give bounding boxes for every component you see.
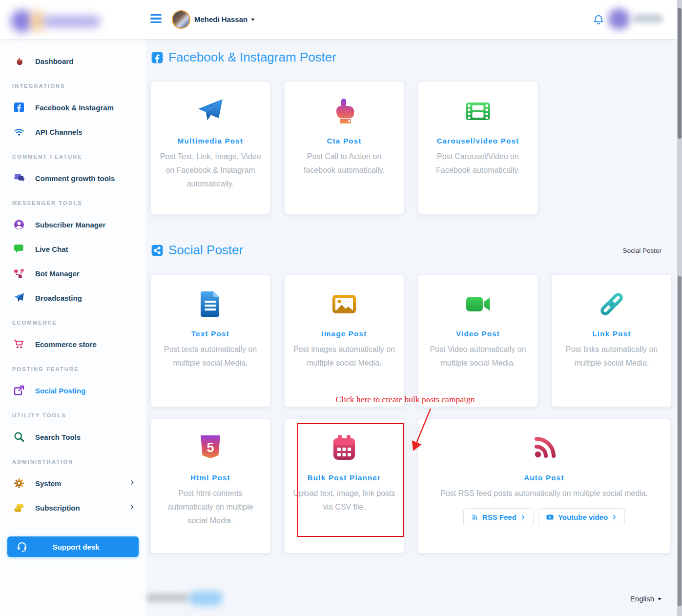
card-description: Post Video automatically on multiple soc… — [418, 343, 537, 370]
card-description: Post Text, Link, Image, Video on Faceboo… — [151, 150, 270, 191]
card-title: Image Post — [285, 329, 404, 338]
sidebar-item-system[interactable]: System — [0, 471, 146, 495]
facebook-icon — [151, 51, 164, 64]
chevron-down-icon — [658, 598, 661, 600]
card-description: Post links automatically on multiple soc… — [552, 343, 671, 370]
language-selector[interactable]: English — [630, 595, 661, 603]
sidebar-item-facebook-instagram[interactable]: Facebook & Instagram — [0, 95, 146, 120]
sidebar-item-social-posting[interactable]: Social Posting — [0, 378, 146, 403]
sidebar-section-messenger-tools: MESSENGER TOOLS — [0, 190, 146, 212]
blurred-username — [633, 14, 663, 23]
support-desk-button[interactable]: Support desk — [7, 536, 139, 557]
sidebar-item-label: Live Chat — [35, 245, 68, 253]
card-description: Post html contents automatically on mult… — [151, 487, 270, 528]
gear-icon — [13, 477, 25, 489]
sidebar-section-posting-feature: POSTING FEATURE — [0, 356, 146, 378]
card-title: Carousel/video Post — [418, 137, 537, 145]
card-link-post[interactable]: Link Post Post links automatically on mu… — [552, 275, 671, 407]
sidebar-item-label: Facebook & Instagram — [35, 103, 114, 112]
blurred-avatar — [608, 8, 630, 30]
section-title: Social Poster — [168, 243, 243, 258]
scrollbar-track[interactable] — [677, 0, 682, 616]
sidebar-item-subscriber-manager[interactable]: Subscriber Manager — [0, 212, 146, 237]
chevron-right-icon — [520, 514, 526, 520]
sidebar-item-label: Comment growth tools — [35, 174, 115, 183]
card-image-post[interactable]: Image Post Post images automatically on … — [285, 275, 404, 407]
card-title: Auto Post — [418, 473, 670, 482]
card-bulk-post-planner[interactable]: Bulk Post Planner Upload text, image, li… — [285, 419, 404, 553]
hamburger-menu-icon[interactable] — [150, 14, 162, 25]
user-avatar[interactable] — [172, 10, 190, 29]
user-circle-icon — [13, 219, 25, 230]
sidebar-item-api-channels[interactable]: API Channels — [0, 120, 146, 144]
sidebar-section-ecommerce: ECOMMERCE — [0, 310, 146, 332]
svg-text:5: 5 — [207, 440, 214, 455]
chevron-right-icon — [612, 514, 617, 520]
sidebar-item-bot-manager[interactable]: Bot Manager — [0, 261, 146, 286]
facebook-icon — [13, 102, 25, 113]
user-menu[interactable]: Mehedi Hassan — [194, 15, 255, 23]
sidebar-section-utility-tools: UTILITY TOOLS — [0, 403, 146, 425]
sidebar-item-comment-growth-tools[interactable]: Comment growth tools — [0, 166, 146, 190]
card-description: Post RSS feed posts automatically on mul… — [418, 487, 670, 500]
youtube-video-button[interactable]: Youtube video — [538, 508, 625, 526]
card-cta-post[interactable]: Cta Post Post Call to Action on facebook… — [285, 82, 404, 214]
sidebar-item-label: Social Posting — [35, 387, 85, 395]
sidebar-item-search-tools[interactable]: Search Tools — [0, 425, 146, 449]
sidebar-item-live-chat[interactable]: Live Chat — [0, 237, 146, 261]
coins-icon — [13, 502, 25, 513]
sidebar-item-label: Broadcasting — [35, 294, 82, 302]
scrollbar-thumb[interactable] — [678, 276, 682, 606]
bell-icon[interactable] — [593, 14, 604, 26]
link-icon — [596, 288, 627, 320]
sidebar: Dashboard INTEGRATIONS Facebook & Instag… — [0, 39, 146, 616]
comments-icon — [13, 172, 25, 184]
scrollbar-thumb[interactable] — [678, 8, 682, 139]
card-title: Link Post — [552, 329, 671, 338]
card-text-post[interactable]: Text Post Post texts automatically on mu… — [151, 275, 270, 407]
youtube-icon — [546, 513, 554, 521]
rss-icon — [471, 513, 478, 521]
card-carousel-video-post[interactable]: Carousel/video Post Post Carousel/Video … — [418, 82, 537, 214]
sidebar-item-label: Subscriber Manager — [35, 221, 105, 229]
logo-blur-shape — [43, 16, 101, 27]
card-description: Upload text, image, link posts via CSV f… — [285, 487, 404, 514]
sitemap-icon — [13, 267, 25, 279]
card-title: Bulk Post Planner — [285, 473, 404, 482]
card-description: Post Carousel/Video on Facebook automati… — [418, 150, 537, 177]
card-title: Multimedia Post — [151, 137, 270, 145]
sidebar-item-dashboard[interactable]: Dashboard — [0, 49, 146, 73]
app-logo[interactable] — [7, 4, 114, 35]
support-desk-label: Support desk — [28, 543, 124, 551]
sidebar-item-label: API Channels — [35, 128, 83, 136]
card-description: Post images automatically on multiple so… — [285, 343, 404, 370]
search-icon — [13, 431, 25, 443]
card-html-post[interactable]: 5 Html Post Post html contents automatic… — [151, 419, 270, 553]
top-header: Mehedi Hassan — [0, 0, 682, 39]
headset-icon — [16, 541, 28, 553]
card-title: Text Post — [151, 329, 270, 338]
chevron-right-icon — [129, 503, 135, 512]
sidebar-item-ecommerce-store[interactable]: Ecommerce store — [0, 332, 146, 356]
rss-icon — [529, 432, 560, 464]
logo-blur-shape — [11, 10, 33, 32]
sidebar-item-broadcasting[interactable]: Broadcasting — [0, 286, 146, 310]
sidebar-item-label: Bot Manager — [35, 269, 80, 278]
youtube-video-label: Youtube video — [558, 513, 608, 521]
image-icon — [329, 288, 360, 320]
sidebar-item-subscription[interactable]: Subscription — [0, 495, 146, 520]
hand-pointer-icon — [329, 96, 360, 127]
flame-icon — [13, 55, 25, 67]
user-name: Mehedi Hassan — [194, 15, 248, 23]
sidebar-item-label: Ecommerce store — [35, 340, 97, 349]
card-auto-post[interactable]: Auto Post Post RSS feed posts automatica… — [418, 419, 670, 553]
card-video-post[interactable]: Video Post Post Video automatically on m… — [418, 275, 537, 407]
card-multimedia-post[interactable]: Multimedia Post Post Text, Link, Image, … — [151, 82, 270, 214]
card-title: Cta Post — [285, 137, 404, 145]
chevron-right-icon — [129, 479, 135, 488]
sidebar-section-integrations: INTEGRATIONS — [0, 73, 146, 95]
section-heading-fb-poster: Facebook & Instagram Poster — [151, 50, 336, 65]
rss-feed-button[interactable]: RSS Feed — [463, 508, 534, 526]
sidebar-section-administration: ADMINISTRATION — [0, 449, 146, 471]
section-title: Facebook & Instagram Poster — [168, 50, 336, 65]
